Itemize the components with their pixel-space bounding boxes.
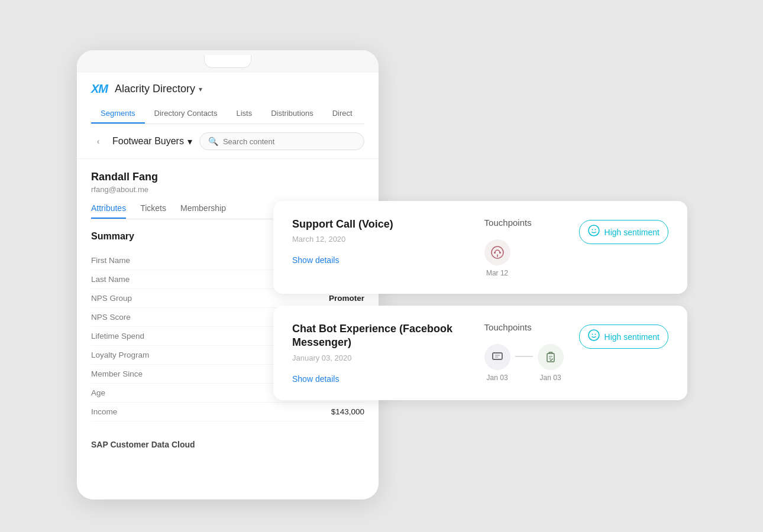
label-first-name: First Name — [91, 256, 130, 265]
tp-date-1: Mar 12 — [486, 269, 508, 277]
tp-connector — [515, 356, 533, 357]
subtab-tickets[interactable]: Tickets — [140, 203, 166, 219]
app-header: XM Alacrity Directory ▾ Segments Directo… — [77, 73, 379, 124]
card-support-call: Support Call (Voice) March 12, 2020 Show… — [273, 201, 687, 294]
svg-rect-7 — [493, 353, 502, 359]
svg-point-14 — [589, 330, 599, 340]
svg-point-6 — [594, 229, 596, 231]
sap-section: SAP Customer Data Cloud — [91, 433, 364, 450]
nav-tabs: Segments Directory Contacts Lists Distri… — [91, 104, 364, 124]
touchpoints-label-1: Touchpoints — [484, 218, 567, 228]
subtab-attributes[interactable]: Attributes — [91, 203, 126, 219]
contact-email: rfang@about.me — [91, 185, 364, 194]
tp-date-clipboard: Jan 03 — [540, 374, 561, 382]
subtab-membership[interactable]: Membership — [180, 203, 226, 219]
notch-bar — [77, 50, 379, 73]
label-last-name: Last Name — [91, 275, 130, 284]
contact-name: Randall Fang — [91, 171, 364, 183]
tab-distributions[interactable]: Distributions — [261, 104, 323, 124]
sentiment-badge-2: High sentiment — [579, 325, 668, 349]
label-member-since: Member Since — [91, 369, 143, 378]
show-details-1[interactable]: Show details — [292, 255, 473, 265]
tab-segments[interactable]: Segments — [91, 104, 145, 124]
tab-direct[interactable]: Direct — [323, 104, 362, 124]
tab-lists[interactable]: Lists — [227, 104, 261, 124]
xm-logo: XM — [91, 82, 108, 96]
sap-title: SAP Customer Data Cloud — [91, 440, 195, 449]
card-date-2: January 03, 2020 — [292, 353, 473, 362]
card-middle-1: Touchpoints Mar 12 — [473, 218, 579, 277]
tp-icon-circle-chat — [484, 344, 510, 370]
label-lifetime-spend: Lifetime Spend — [91, 332, 144, 340]
label-age: Age — [91, 388, 105, 397]
card-title-1: Support Call (Voice) — [292, 218, 473, 231]
touchpoints-label-2: Touchpoints — [484, 322, 567, 332]
sentiment-badge-1: High sentiment — [579, 220, 668, 244]
svg-point-15 — [591, 334, 593, 335]
svg-point-1 — [494, 252, 496, 254]
tp-date-chat: Jan 03 — [487, 374, 508, 382]
touchpoints-icons-1: Mar 12 — [484, 239, 567, 277]
sentiment-icon-1 — [588, 225, 600, 239]
label-nps-score: NPS Score — [91, 313, 131, 322]
sentiment-label-1: High sentiment — [604, 228, 659, 237]
search-input[interactable] — [223, 137, 355, 146]
tp-icon-1: Mar 12 — [484, 239, 510, 277]
segment-chevron: ▾ — [187, 136, 192, 147]
value-income: $143,000 — [331, 407, 364, 416]
label-loyalty-program: Loyalty Program — [91, 351, 149, 359]
table-row: Income $143,000 — [91, 403, 364, 421]
sentiment-icon-2 — [588, 329, 600, 344]
label-income: Income — [91, 407, 117, 416]
tab-directory-contacts[interactable]: Directory Contacts — [145, 104, 227, 124]
svg-point-4 — [589, 225, 599, 236]
back-button[interactable]: ‹ — [91, 134, 105, 148]
card-left-2: Chat Bot Experience (Facebook Messenger)… — [292, 322, 473, 384]
segment-selector[interactable]: Footwear Buyers ▾ — [112, 136, 192, 147]
label-nps-group: NPS Group — [91, 294, 132, 303]
svg-point-2 — [499, 252, 501, 254]
notch — [204, 55, 251, 68]
search-icon: 🔍 — [208, 137, 218, 146]
card-chatbot: Chat Bot Experience (Facebook Messenger)… — [273, 306, 687, 400]
tp-icon-circle-clipboard — [538, 344, 564, 370]
cards-area: Support Call (Voice) March 12, 2020 Show… — [273, 201, 687, 400]
touchpoints-icons-2: Jan 03 Jan 03 — [484, 344, 567, 382]
svg-point-16 — [594, 334, 596, 335]
show-details-2[interactable]: Show details — [292, 374, 473, 384]
card-title-2: Chat Bot Experience (Facebook Messenger) — [292, 322, 473, 350]
segment-name: Footwear Buyers — [112, 136, 184, 147]
tp-icon-circle-1 — [484, 239, 510, 265]
card-right-1: High sentiment — [579, 218, 668, 244]
card-date-1: March 12, 2020 — [292, 235, 473, 244]
app-title-text: Alacrity Directory — [115, 83, 195, 95]
card-left-1: Support Call (Voice) March 12, 2020 Show… — [292, 218, 473, 265]
card-middle-2: Touchpoints Jan 03 — [473, 322, 579, 382]
card-right-2: High sentiment — [579, 322, 668, 349]
svg-point-3 — [497, 256, 498, 257]
tp-icon-chat: Jan 03 — [484, 344, 510, 382]
segment-bar: ‹ Footwear Buyers ▾ 🔍 — [77, 124, 379, 159]
sentiment-label-2: High sentiment — [604, 332, 659, 342]
tp-icon-clipboard: Jan 03 — [538, 344, 564, 382]
search-box[interactable]: 🔍 — [199, 132, 364, 150]
svg-point-5 — [591, 229, 593, 231]
app-title: Alacrity Directory ▾ — [115, 83, 202, 95]
app-title-chevron[interactable]: ▾ — [199, 85, 202, 93]
